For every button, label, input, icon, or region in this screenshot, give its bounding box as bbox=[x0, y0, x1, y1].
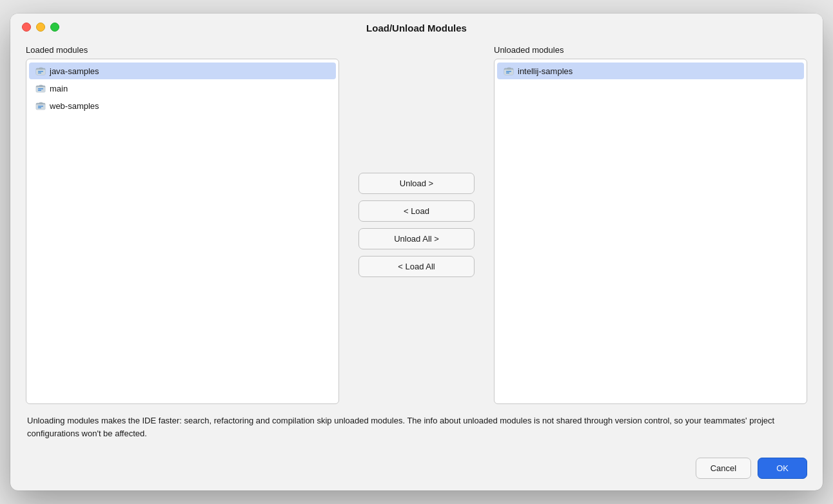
unloaded-module-intellij-samples[interactable]: intellij-samples bbox=[497, 63, 804, 79]
unloaded-module-intellij-name: intellij-samples bbox=[518, 66, 573, 76]
svg-rect-2 bbox=[39, 68, 43, 69]
svg-rect-16 bbox=[504, 70, 513, 75]
loaded-module-java-samples[interactable]: java-samples bbox=[29, 63, 336, 79]
svg-rect-4 bbox=[38, 73, 41, 74]
unload-all-button[interactable]: Unload All > bbox=[358, 228, 475, 249]
panels-row: Loaded modules java-samples bbox=[26, 45, 807, 404]
svg-rect-19 bbox=[506, 73, 509, 74]
svg-rect-14 bbox=[38, 108, 41, 109]
svg-rect-7 bbox=[39, 85, 43, 86]
svg-rect-6 bbox=[36, 87, 45, 92]
loaded-module-java-samples-name: java-samples bbox=[50, 66, 99, 76]
unload-button[interactable]: Unload > bbox=[358, 173, 475, 194]
unloaded-module-list[interactable]: intellij-samples bbox=[494, 59, 807, 404]
module-folder-icon-intellij bbox=[504, 66, 514, 76]
loaded-panel-label: Loaded modules bbox=[26, 45, 339, 55]
action-buttons-col: Unload > < Load Unload All > < Load All bbox=[339, 45, 494, 404]
dialog: Load/Unload Modules Loaded modules bbox=[10, 14, 823, 490]
loaded-panel: Loaded modules java-samples bbox=[26, 45, 339, 404]
svg-rect-18 bbox=[506, 71, 511, 72]
ok-button[interactable]: OK bbox=[758, 458, 807, 479]
loaded-module-main[interactable]: main bbox=[29, 80, 336, 97]
loaded-module-web-samples-name: web-samples bbox=[50, 101, 99, 111]
loaded-module-web-samples[interactable]: web-samples bbox=[29, 97, 336, 114]
maximize-button[interactable] bbox=[50, 23, 59, 32]
module-folder-icon-web bbox=[35, 101, 46, 111]
unloaded-panel-label: Unloaded modules bbox=[494, 45, 807, 55]
dialog-content: Loaded modules java-samples bbox=[10, 40, 823, 450]
svg-rect-12 bbox=[39, 102, 43, 104]
traffic-lights bbox=[22, 23, 59, 32]
loaded-module-main-name: main bbox=[50, 84, 68, 93]
svg-rect-9 bbox=[38, 90, 41, 92]
svg-rect-17 bbox=[507, 68, 511, 69]
load-button[interactable]: < Load bbox=[358, 200, 475, 222]
svg-rect-3 bbox=[38, 71, 43, 72]
close-button[interactable] bbox=[22, 23, 31, 32]
svg-rect-1 bbox=[36, 70, 45, 75]
module-folder-icon bbox=[35, 66, 46, 76]
title-bar: Load/Unload Modules bbox=[10, 14, 823, 40]
unloaded-panel: Unloaded modules intellij-samples bbox=[494, 45, 807, 404]
dialog-title: Load/Unload Modules bbox=[366, 23, 467, 34]
minimize-button[interactable] bbox=[36, 23, 45, 32]
footer: Cancel OK bbox=[10, 450, 823, 490]
load-all-button[interactable]: < Load All bbox=[358, 256, 475, 277]
svg-rect-13 bbox=[38, 106, 43, 107]
svg-rect-8 bbox=[38, 88, 43, 90]
module-folder-icon-main bbox=[35, 83, 46, 93]
loaded-module-list[interactable]: java-samples main bbox=[26, 59, 339, 404]
cancel-button[interactable]: Cancel bbox=[696, 458, 751, 479]
svg-rect-11 bbox=[36, 104, 45, 110]
info-text: Unloading modules makes the IDE faster: … bbox=[26, 414, 807, 440]
